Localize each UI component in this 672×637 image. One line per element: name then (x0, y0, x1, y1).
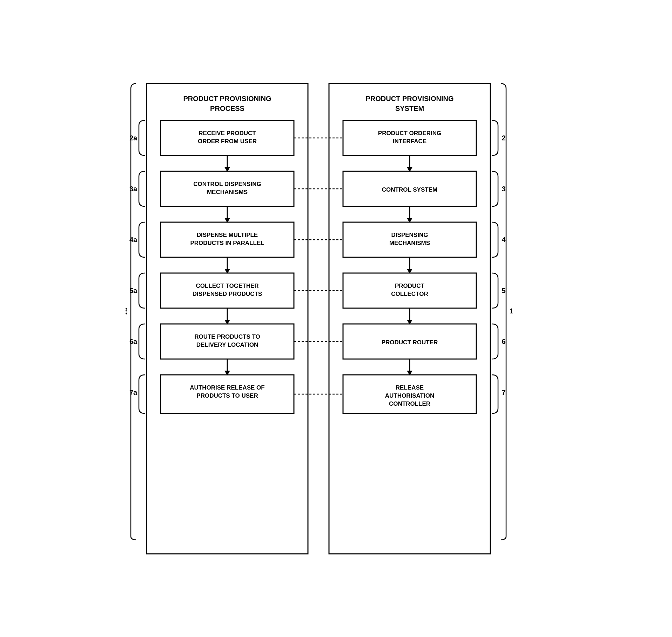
svg-text:PRODUCT PROVISIONING: PRODUCT PROVISIONING (365, 95, 453, 102)
svg-text:PRODUCT PROVISIONING: PRODUCT PROVISIONING (183, 95, 271, 102)
svg-text:MECHANISMS: MECHANISMS (389, 240, 430, 246)
diagram-svg: PRODUCT PROVISIONING PROCESS PRODUCT PRO… (126, 55, 546, 582)
svg-text:COLLECT TOGETHER: COLLECT TOGETHER (196, 283, 258, 289)
svg-text:PRODUCT: PRODUCT (395, 283, 425, 289)
svg-text:AUTHORISE RELEASE OF: AUTHORISE RELEASE OF (190, 384, 264, 391)
svg-text:ORDER FROM USER: ORDER FROM USER (198, 138, 257, 145)
svg-text:PRODUCTS TO USER: PRODUCTS TO USER (196, 392, 258, 399)
svg-text:SYSTEM: SYSTEM (395, 105, 424, 112)
svg-text:5: 5 (502, 287, 505, 294)
svg-text:6a: 6a (129, 338, 137, 345)
svg-text:DISPENSED PRODUCTS: DISPENSED PRODUCTS (193, 291, 262, 297)
svg-text:CONTROL DISPENSING: CONTROL DISPENSING (193, 181, 261, 187)
svg-text:INTERFACE: INTERFACE (393, 138, 426, 145)
svg-text:DELIVERY LOCATION: DELIVERY LOCATION (196, 341, 258, 348)
svg-text:2: 2 (502, 134, 505, 142)
svg-text:AUTHORISATION: AUTHORISATION (385, 392, 434, 399)
svg-text:RECEIVE PRODUCT: RECEIVE PRODUCT (199, 130, 256, 137)
svg-text:PRODUCTS IN PARALLEL: PRODUCTS IN PARALLEL (190, 240, 264, 246)
svg-text:1a: 1a (126, 307, 129, 316)
svg-text:DISPENSE MULTIPLE: DISPENSE MULTIPLE (197, 232, 258, 238)
svg-text:3: 3 (502, 185, 505, 193)
svg-text:PROCESS: PROCESS (210, 105, 244, 112)
svg-text:RELEASE: RELEASE (396, 384, 424, 391)
svg-text:4: 4 (502, 236, 506, 244)
svg-text:ROUTE PRODUCTS TO: ROUTE PRODUCTS TO (194, 333, 260, 340)
svg-text:7a: 7a (129, 389, 137, 396)
svg-text:MECHANISMS: MECHANISMS (207, 189, 248, 195)
svg-text:1: 1 (509, 307, 513, 315)
svg-text:COLLECTOR: COLLECTOR (391, 291, 428, 297)
svg-text:7: 7 (502, 389, 505, 396)
svg-text:2a: 2a (129, 134, 137, 142)
diagram: PRODUCT PROVISIONING PROCESS PRODUCT PRO… (126, 55, 546, 582)
svg-text:5a: 5a (129, 287, 137, 294)
svg-text:6: 6 (502, 338, 505, 345)
svg-text:DISPENSING: DISPENSING (391, 232, 428, 238)
svg-text:CONTROLLER: CONTROLLER (389, 400, 430, 407)
svg-text:4a: 4a (129, 236, 137, 244)
svg-text:PRODUCT ROUTER: PRODUCT ROUTER (382, 339, 438, 346)
svg-text:CONTROL SYSTEM: CONTROL SYSTEM (382, 186, 437, 193)
svg-text:3a: 3a (129, 185, 137, 193)
svg-text:PRODUCT ORDERING: PRODUCT ORDERING (378, 130, 441, 137)
